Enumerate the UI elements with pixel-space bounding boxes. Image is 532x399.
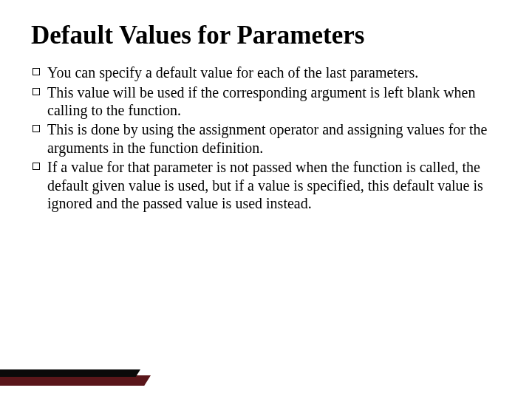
bullet-text: This value will be used if the correspon… [47, 84, 476, 118]
square-bullet-icon [33, 125, 40, 132]
bullet-text: You can specify a default value for each… [47, 64, 418, 81]
bullet-text: If a value for that parameter is not pas… [47, 159, 483, 211]
bullet-item: If a value for that parameter is not pas… [47, 158, 501, 212]
accent-bar-black [0, 369, 140, 377]
square-bullet-icon [33, 163, 40, 170]
bullet-item: This is done by using the assignment ope… [47, 120, 501, 157]
bullet-item: You can specify a default value for each… [47, 64, 501, 81]
bullet-text: This is done by using the assignment ope… [47, 121, 487, 155]
accent-bar-maroon [0, 375, 151, 386]
slide-body: You can specify a default value for each… [31, 64, 501, 212]
slide-title: Default Values for Parameters [31, 21, 501, 50]
square-bullet-icon [33, 68, 40, 75]
square-bullet-icon [33, 88, 40, 95]
slide: Default Values for Parameters You can sp… [0, 0, 532, 399]
slide-accent-decoration [0, 365, 155, 386]
bullet-item: This value will be used if the correspon… [47, 83, 501, 120]
